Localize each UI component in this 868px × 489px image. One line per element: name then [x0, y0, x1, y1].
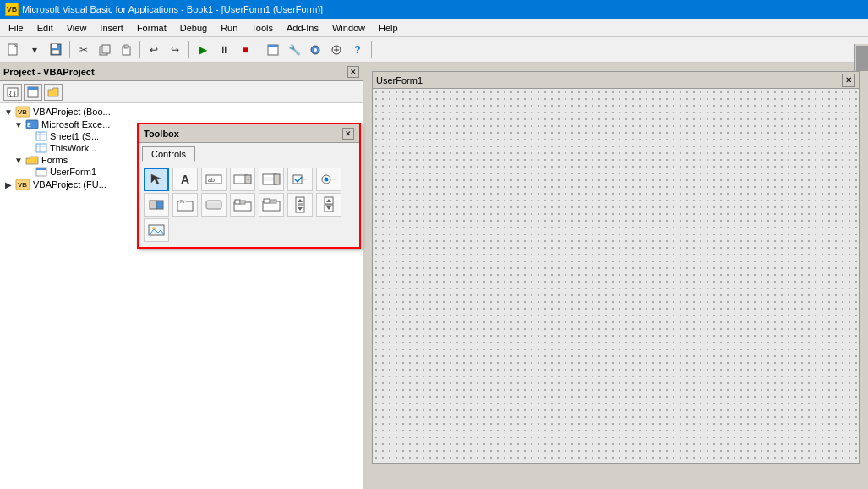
- toolbox-grid: A ab Fr: [144, 168, 354, 242]
- title-bar: VB Microsoft Visual Basic for Applicatio…: [0, 0, 868, 19]
- proj-view-code[interactable]: { }: [3, 84, 22, 101]
- userform-title: UserForm1: [376, 75, 423, 85]
- tool-commandbutton[interactable]: [201, 193, 227, 217]
- menu-file[interactable]: File: [2, 21, 30, 35]
- svg-rect-24: [36, 144, 46, 152]
- menu-help[interactable]: Help: [372, 21, 405, 35]
- tree-label-sheet1: Sheet1 (S...: [50, 131, 99, 141]
- expand-icon-func: ▶: [3, 179, 14, 190]
- tree-label-forms: Forms: [41, 155, 68, 165]
- tool-spinbutton[interactable]: [316, 193, 341, 217]
- userform-close-button[interactable]: ✕: [842, 74, 855, 87]
- tb-save[interactable]: [46, 40, 66, 60]
- toolbox-panel: Toolbox ✕ Controls A ab: [137, 123, 361, 249]
- tree-label-userform1: UserForm1: [50, 167, 96, 177]
- svg-rect-52: [235, 200, 240, 204]
- userform-canvas[interactable]: [373, 89, 859, 463]
- svg-text:Fr: Fr: [180, 199, 185, 204]
- svg-point-42: [325, 178, 329, 182]
- menu-debug[interactable]: Debug: [173, 21, 214, 35]
- svg-rect-7: [124, 45, 128, 48]
- tool-select[interactable]: [144, 168, 169, 191]
- svg-rect-9: [268, 45, 278, 47]
- tb-tools1[interactable]: 🔧: [284, 40, 304, 60]
- svg-text:{ }: { }: [9, 90, 16, 97]
- svg-text:E: E: [27, 122, 31, 128]
- tool-combobox[interactable]: [230, 168, 255, 191]
- tool-frame[interactable]: Fr: [172, 193, 198, 217]
- tb-redo[interactable]: ↪: [165, 40, 185, 60]
- tb-sep-4: [259, 41, 259, 58]
- tool-label[interactable]: A: [172, 168, 198, 191]
- tb-new[interactable]: [3, 40, 24, 60]
- svg-rect-38: [274, 174, 280, 184]
- menu-edit[interactable]: Edit: [30, 21, 60, 35]
- menu-bar: File Edit View Insert Format Debug Run T…: [0, 19, 868, 37]
- tb-stop[interactable]: ■: [235, 40, 255, 60]
- tb-sep-2: [139, 41, 140, 58]
- svg-rect-5: [102, 45, 110, 53]
- svg-rect-65: [149, 225, 164, 235]
- menu-view[interactable]: View: [60, 21, 94, 35]
- userform-titlebar: UserForm1 ✕: [373, 72, 859, 89]
- tb-tools2[interactable]: [305, 40, 325, 60]
- svg-text:VB: VB: [18, 181, 27, 189]
- toolbar: ▾ ✂ ↩ ↪ ▶ ⏸ ■ 🔧 ?: [0, 37, 868, 63]
- svg-rect-16: [28, 87, 38, 90]
- project-toolbar: { }: [0, 81, 363, 103]
- tree-label-thisworkbook: ThisWork...: [50, 143, 96, 153]
- proj-view-object[interactable]: [24, 84, 42, 101]
- svg-point-11: [314, 48, 317, 52]
- tb-paste[interactable]: [116, 40, 136, 60]
- toolbox-close-button[interactable]: ✕: [342, 128, 354, 140]
- svg-rect-2: [52, 44, 57, 48]
- menu-addins[interactable]: Add-Ins: [280, 21, 325, 35]
- tool-listbox[interactable]: [259, 168, 284, 191]
- svg-text:ab: ab: [208, 177, 215, 183]
- svg-text:VB: VB: [18, 108, 27, 116]
- tool-image[interactable]: [144, 218, 169, 242]
- tb-dropdown[interactable]: ▾: [25, 40, 45, 60]
- expand-icon: ▼: [3, 107, 14, 117]
- svg-rect-3: [52, 50, 59, 54]
- tool-multipage[interactable]: [259, 193, 284, 217]
- app-icon: VB: [5, 3, 19, 16]
- tb-options[interactable]: [326, 40, 347, 60]
- tb-copy[interactable]: [95, 40, 115, 60]
- svg-rect-44: [150, 201, 156, 209]
- project-panel-title: Project - VBAProject: [3, 67, 95, 77]
- svg-rect-28: [36, 168, 46, 170]
- toolbox-header[interactable]: Toolbox ✕: [139, 124, 359, 143]
- tool-tabstrip[interactable]: [230, 193, 255, 217]
- menu-run[interactable]: Run: [214, 21, 244, 35]
- tb-pause[interactable]: ⏸: [214, 40, 234, 60]
- title-text: Microsoft Visual Basic for Applications …: [22, 4, 323, 14]
- tb-userform[interactable]: [263, 40, 283, 60]
- tb-help[interactable]: ?: [347, 40, 368, 60]
- tb-undo[interactable]: ↩: [144, 40, 164, 60]
- userform-window: UserForm1 ✕: [372, 71, 860, 464]
- tb-run[interactable]: ▶: [193, 40, 213, 60]
- menu-format[interactable]: Format: [130, 21, 173, 35]
- tool-togglebutton[interactable]: [144, 193, 169, 217]
- menu-window[interactable]: Window: [325, 21, 372, 35]
- main-layout: Project - VBAProject ✕ { } ▼ VB VBAProje…: [0, 63, 868, 489]
- menu-tools[interactable]: Tools: [244, 21, 280, 35]
- tb-cut[interactable]: ✂: [74, 40, 94, 60]
- tb-sep-1: [69, 41, 70, 58]
- expand-icon-forms: ▼: [14, 155, 24, 165]
- project-close-button[interactable]: ✕: [347, 66, 359, 78]
- toolbox-tab-controls[interactable]: Controls: [142, 146, 195, 162]
- tool-checkbox[interactable]: [287, 168, 313, 191]
- svg-rect-49: [206, 201, 221, 209]
- tool-optionbutton[interactable]: [316, 168, 341, 191]
- menu-insert[interactable]: Insert: [93, 21, 130, 35]
- toolbox-title: Toolbox: [144, 129, 179, 139]
- expand-icon-excel: ▼: [14, 119, 24, 129]
- svg-rect-53: [240, 201, 245, 204]
- tool-textbox[interactable]: ab: [201, 168, 227, 191]
- tool-scrollbar[interactable]: [287, 193, 313, 217]
- tree-vbaproject-book1[interactable]: ▼ VB VBAProject (Boo...: [2, 105, 361, 118]
- proj-toggle-folders[interactable]: [44, 84, 63, 101]
- tb-sep-5: [371, 41, 372, 58]
